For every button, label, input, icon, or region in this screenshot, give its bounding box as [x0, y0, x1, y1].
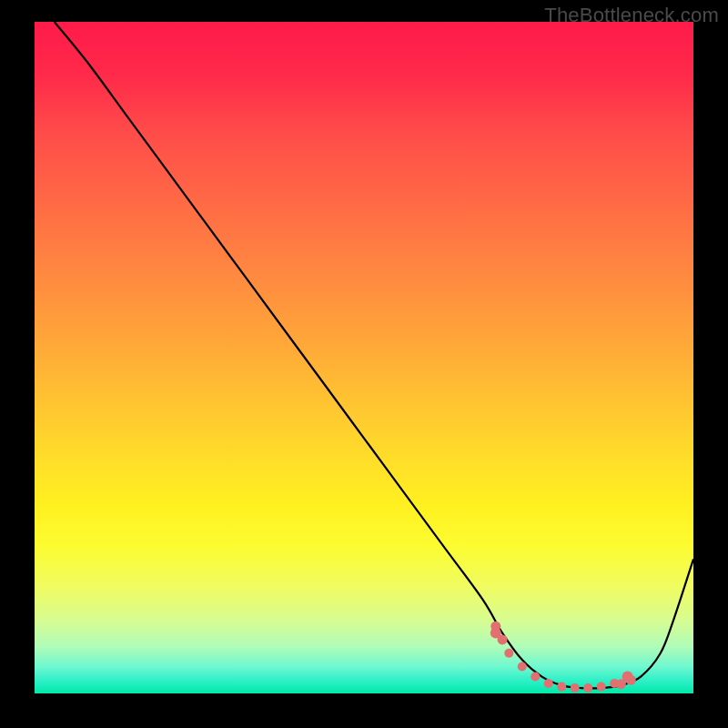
marker-dot	[597, 682, 606, 692]
watermark-text: TheBottleneck.com	[544, 4, 719, 27]
marker-dots	[490, 622, 636, 693]
marker-dot	[498, 634, 508, 644]
chart-plot-area	[35, 22, 693, 693]
curve-svg	[35, 22, 693, 693]
marker-dot	[583, 683, 592, 693]
marker-dot	[490, 622, 500, 632]
marker-dot	[557, 682, 566, 692]
marker-dot	[531, 672, 540, 682]
marker-dot	[544, 679, 553, 688]
marker-dot	[616, 679, 626, 689]
bottleneck-curve	[55, 22, 693, 688]
marker-dot	[626, 675, 636, 685]
marker-dot	[504, 649, 513, 658]
marker-dot	[518, 662, 527, 671]
marker-dot	[571, 683, 580, 693]
